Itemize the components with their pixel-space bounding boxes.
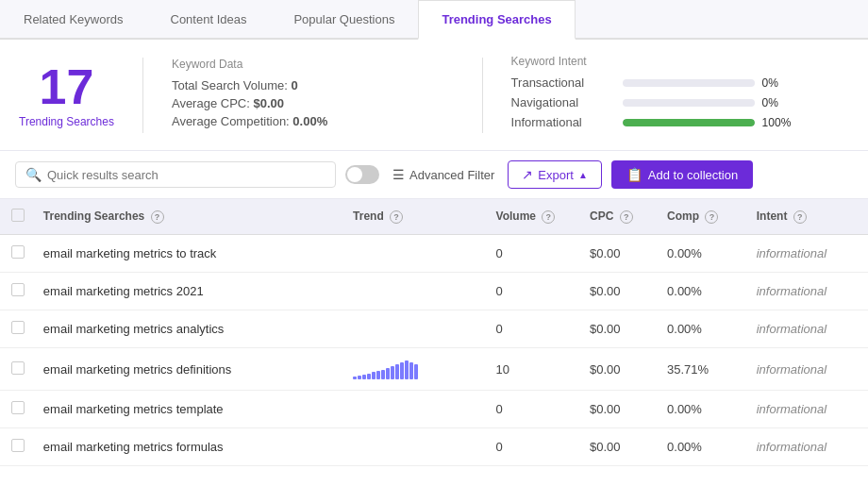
- row-checkbox[interactable]: [11, 321, 25, 334]
- keyword-cell: email marketing metrics 2021: [36, 273, 345, 310]
- tab-bar: Related Keywords Content Ideas Popular Q…: [0, 0, 868, 40]
- tab-trending-searches[interactable]: Trending Searches: [418, 0, 575, 40]
- keyword-intent-panel: Keyword Intent Transactional 0% Navigati…: [511, 55, 849, 135]
- keyword-cell: email marketing metrics formulas: [36, 428, 345, 466]
- trend-bar: [405, 360, 409, 379]
- adv-filter-label: Advanced Filter: [409, 168, 494, 182]
- cpc-cell: $0.00: [582, 273, 659, 310]
- trend-bar: [372, 372, 376, 379]
- trend-bar: [358, 376, 361, 379]
- advanced-filter-button[interactable]: ☰ Advanced Filter: [389, 167, 498, 182]
- trend-bar: [367, 374, 371, 379]
- help-icon-comp[interactable]: ?: [705, 210, 718, 224]
- cpc-cell: $0.00: [582, 391, 659, 428]
- trend-cell: [345, 235, 488, 273]
- volume-cell: 0: [489, 428, 582, 466]
- volume-cell: 0: [489, 273, 582, 310]
- cpc-cell: $0.00: [582, 428, 659, 466]
- search-icon: 🔍: [25, 167, 42, 182]
- intent-cell: informational: [749, 310, 868, 348]
- tab-content-ideas[interactable]: Content Ideas: [147, 0, 271, 38]
- cpc-cell: $0.00: [582, 310, 659, 348]
- toggle-wrap[interactable]: [345, 165, 379, 184]
- row-checkbox[interactable]: [11, 283, 25, 296]
- tab-popular-questions[interactable]: Popular Questions: [270, 0, 418, 38]
- table-row: email marketing metrics to track0$0.000.…: [0, 235, 868, 273]
- help-icon-trending[interactable]: ?: [151, 210, 164, 224]
- keyword-cell: email marketing metrics template: [36, 391, 345, 428]
- total-search-volume-row: Total Search Volume: 0: [172, 78, 454, 92]
- th-volume: Volume ?: [489, 199, 582, 235]
- vertical-divider: [142, 58, 143, 133]
- search-input[interactable]: [47, 168, 326, 182]
- trend-bars: [353, 359, 480, 379]
- th-checkbox: [0, 199, 36, 235]
- help-icon-trend[interactable]: ?: [390, 210, 403, 224]
- table-body: email marketing metrics to track0$0.000.…: [0, 235, 868, 466]
- comp-cell: 0.00%: [659, 310, 749, 348]
- trend-bar: [395, 364, 399, 379]
- count-wrap: 17 Trending Searches: [19, 62, 114, 128]
- intent-cell: informational: [749, 428, 868, 466]
- keyword-intent-heading: Keyword Intent: [511, 55, 849, 68]
- comp-cell: 0.00%: [659, 235, 749, 273]
- th-intent: Intent ?: [749, 199, 868, 235]
- intent-row-navigational: Navigational 0%: [511, 95, 849, 109]
- table-header-row: Trending Searches ? Trend ? Volume ? CPC…: [0, 199, 868, 235]
- trend-bar: [391, 366, 394, 379]
- th-trend: Trend ?: [345, 199, 488, 235]
- keyword-data-heading: Keyword Data: [172, 58, 454, 71]
- export-button[interactable]: ↗ Export ▲: [508, 160, 601, 189]
- comp-cell: 0.00%: [659, 273, 749, 310]
- table-row: email marketing metrics template0$0.000.…: [0, 391, 868, 428]
- keyword-cell: email marketing metrics to track: [36, 235, 345, 273]
- results-table: Trending Searches ? Trend ? Volume ? CPC…: [0, 199, 868, 466]
- tab-related-keywords[interactable]: Related Keywords: [0, 0, 147, 38]
- row-checkbox-cell: [0, 348, 36, 391]
- trending-count: 17: [19, 62, 114, 111]
- row-checkbox-cell: [0, 273, 36, 310]
- row-checkbox[interactable]: [11, 401, 25, 414]
- trend-cell: [345, 348, 488, 391]
- select-all-checkbox[interactable]: [11, 209, 25, 222]
- summary-section: 17 Trending Searches Keyword Data Total …: [0, 40, 868, 151]
- help-icon-volume[interactable]: ?: [542, 210, 555, 224]
- trend-cell: [345, 310, 488, 348]
- volume-cell: 0: [489, 310, 582, 348]
- trend-cell: [345, 391, 488, 428]
- volume-cell: 0: [489, 235, 582, 273]
- help-icon-intent[interactable]: ?: [793, 210, 807, 224]
- add-label: Add to collection: [648, 168, 738, 182]
- intent-cell: informational: [749, 391, 868, 428]
- toolbar: 🔍 ☰ Advanced Filter ↗ Export ▲ 📋 Add to …: [0, 151, 868, 199]
- intent-row-informational: Informational 100%: [511, 115, 849, 129]
- export-label: Export: [538, 168, 574, 182]
- trend-bar: [400, 362, 404, 379]
- export-icon: ↗: [522, 167, 533, 182]
- add-to-collection-button[interactable]: 📋 Add to collection: [611, 160, 753, 189]
- trend-bar: [353, 377, 357, 379]
- volume-cell: 10: [489, 348, 582, 391]
- search-wrap: 🔍: [15, 161, 336, 188]
- comp-cell: 0.00%: [659, 428, 749, 466]
- comp-cell: 35.71%: [659, 348, 749, 391]
- comp-cell: 0.00%: [659, 391, 749, 428]
- table-row: email marketing metrics 20210$0.000.00%i…: [0, 273, 868, 310]
- row-checkbox[interactable]: [11, 439, 25, 452]
- keyword-cell: email marketing metrics definitions: [36, 348, 345, 391]
- table-row: email marketing metrics analytics0$0.000…: [0, 310, 868, 348]
- help-icon-cpc[interactable]: ?: [620, 210, 633, 224]
- trend-cell: [345, 273, 488, 310]
- intent-cell: informational: [749, 348, 868, 391]
- cpc-cell: $0.00: [582, 235, 659, 273]
- row-checkbox[interactable]: [11, 245, 25, 259]
- trend-bar: [409, 362, 413, 379]
- toggle-switch[interactable]: [345, 165, 379, 184]
- row-checkbox-cell: [0, 428, 36, 466]
- trending-label: Trending Searches: [19, 115, 114, 128]
- row-checkbox[interactable]: [11, 361, 25, 375]
- th-comp: Comp ?: [659, 199, 749, 235]
- row-checkbox-cell: [0, 235, 36, 273]
- th-trending-searches: Trending Searches ?: [36, 199, 345, 235]
- keyword-cell: email marketing metrics analytics: [36, 310, 345, 348]
